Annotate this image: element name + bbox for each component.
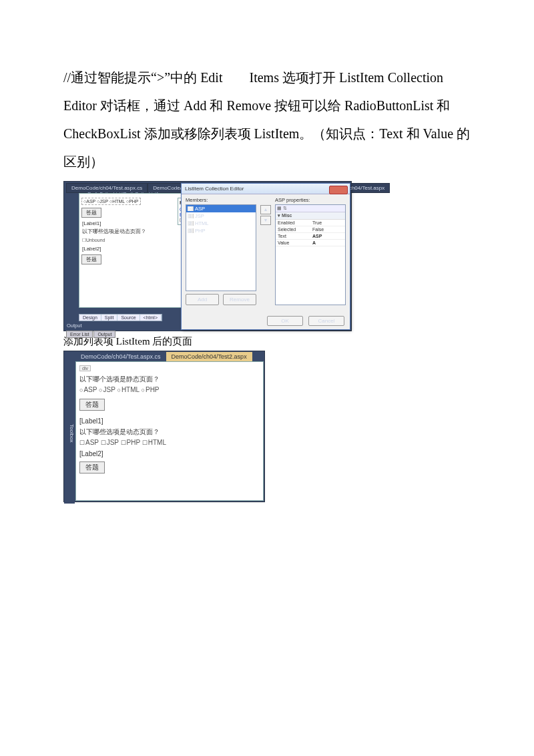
view-html-tag[interactable]: <html> [140,315,162,321]
check-html[interactable]: HTML [142,439,166,446]
question-2b: 以下哪些选项是动态页面？ [79,427,260,437]
radio-html[interactable]: HTML [117,386,139,393]
member-row-2[interactable]: 2HTML [186,220,256,227]
dialog-close-button[interactable] [329,186,348,194]
radio-asp[interactable]: ASP [79,386,97,393]
member-row-3[interactable]: 3PHP [186,227,256,234]
move-down-button[interactable]: ▼ [260,216,271,225]
ok-button[interactable]: OK [267,316,303,326]
members-listbox[interactable]: 0ASP 1JSP 2HTML 3PHP [186,204,256,291]
move-up-button[interactable]: ▲ [260,205,271,214]
label1-2: [Label1] [79,417,260,425]
tab2-0[interactable]: DemoCode/ch04/Test.aspx.cs [75,352,166,361]
remove-button[interactable]: Remove [223,294,256,305]
answer-button-3[interactable]: 答题 [79,399,105,411]
check-jsp[interactable]: JSP [101,439,119,446]
radiobuttonlist-2[interactable]: ASP JSP HTML PHP [79,386,260,393]
property-grid[interactable]: ▦ ⇅ ▾ Misc EnabledTrue SelectedFalse Tex… [275,204,346,305]
output-tab[interactable]: Output [93,331,115,338]
checkbox-unbound[interactable]: ☐Unbound [82,238,196,243]
radio-php[interactable]: PHP [142,386,160,393]
label2-2: [Label2] [79,450,260,457]
view-design[interactable]: Design [79,315,101,321]
member-row-1[interactable]: 1JSP [186,212,256,220]
question-2: 以下哪些选项是动态页面？ [82,228,196,235]
label2-placeholder: [Label2] [82,246,196,252]
answer-button-2[interactable]: 答题 [81,254,101,264]
view-switcher[interactable]: Design Split Source <html> [79,314,162,321]
vs-screenshot-2: DemoCode/ch04/Test.aspx.cs DemoCode/ch04… [63,351,265,502]
answer-button-1[interactable]: 答题 [81,208,101,218]
error-list-tab[interactable]: Error List [66,331,93,338]
radio-jsp[interactable]: JSP [99,386,115,393]
caption-after-add: 添加列表项 ListItem 后的页面 [63,335,471,348]
answer-button-4[interactable]: 答题 [79,461,105,474]
view-source[interactable]: Source [117,315,140,321]
prop-category-misc[interactable]: ▾ Misc [276,212,345,220]
radiobuttonlist[interactable]: ○ASP ○JSP ○HTML ○PHP [81,198,141,205]
dialog-title: ListItem Collection Editor [182,184,350,194]
design-surface-2[interactable]: div 以下哪个选项是静态页面？ ASP JSP HTML PHP 答题 [La… [75,361,264,501]
bottom-tabs: Error List Output [66,331,116,338]
view-split[interactable]: Split [101,315,118,321]
intro-paragraph: //通过智能提示“>”中的 Edit Items 选项打开 ListItem C… [63,63,471,176]
vs-screenshot-1: DemoCode/ch04/Test.aspx.cs DemoCode/ch04… [63,181,352,331]
question-1: 以下哪个选项是静态页面？ [79,375,260,384]
properties-label: ASP properties: [275,197,346,203]
check-asp[interactable]: ASP [79,439,99,446]
add-button[interactable]: Add [186,294,219,305]
check-php[interactable]: PHP [121,439,140,446]
checkboxlist-2[interactable]: ASP JSP PHP HTML [79,439,260,446]
members-label: Members: [186,197,256,203]
tab2-1[interactable]: DemoCode/ch04/Test2.aspx [166,352,252,361]
cancel-button[interactable]: Cancel [308,316,344,326]
propgrid-toolbar[interactable]: ▦ ⇅ [276,205,345,212]
breadcrumb-div[interactable]: div [79,365,91,371]
toolbox-sidebar[interactable]: Toolbox [64,361,75,504]
listitem-collection-editor-dialog: ListItem Collection Editor Members: 0ASP… [181,183,350,330]
member-row-0[interactable]: 0ASP [186,205,256,212]
editor-tabs-2: DemoCode/ch04/Test.aspx.cs DemoCode/ch04… [64,351,264,361]
